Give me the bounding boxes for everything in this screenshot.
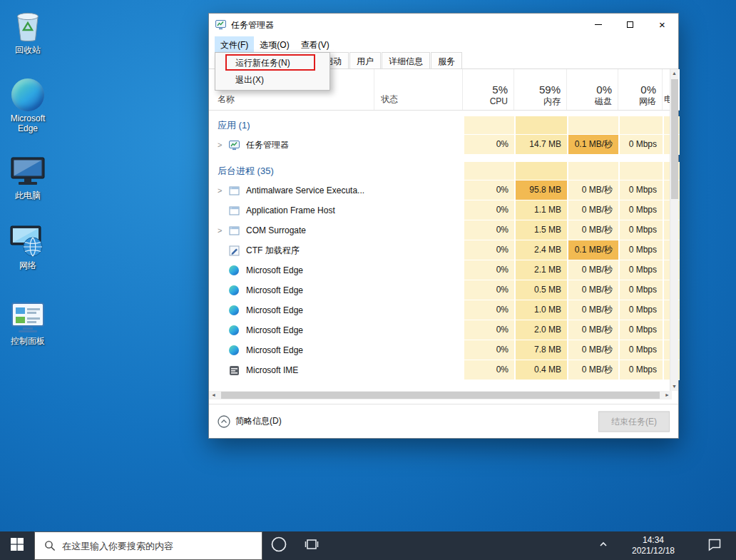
desktop-icon-control-panel[interactable]: 控制面板 (1, 298, 54, 346)
menu-options[interactable]: 选项(O) (254, 36, 295, 52)
process-name-cell: >Antimalware Service Executa... (209, 180, 374, 200)
status-cell (374, 220, 463, 240)
horizontal-scrollbar[interactable]: ◄ ► (209, 391, 672, 399)
process-name: Antimalware Service Executa... (246, 185, 364, 195)
memory-cell: 1.1 MB (514, 200, 567, 220)
maximize-button[interactable] (614, 14, 646, 36)
process-name-cell: CTF 加载程序 (209, 240, 374, 260)
process-name: Microsoft Edge (246, 265, 303, 275)
network-cell: 0 Mbps (618, 340, 663, 360)
tab-services[interactable]: 服务 (431, 52, 462, 68)
disk-cell: 0 MB/秒 (567, 260, 618, 280)
scroll-right-icon[interactable]: ► (663, 391, 672, 399)
expand-chevron-icon[interactable]: > (218, 186, 229, 195)
menu-file[interactable]: 文件(F) (215, 36, 254, 52)
action-center-button[interactable] (700, 536, 729, 555)
process-row[interactable]: Microsoft Edge0%7.8 MB0 MB/秒0 Mbps (209, 340, 680, 360)
desktop-icon-this-pc[interactable]: 此电脑 (1, 153, 54, 200)
scroll-left-icon[interactable]: ◄ (209, 391, 218, 399)
network-cell: 0 Mbps (618, 320, 663, 340)
scroll-up-icon[interactable]: ▲ (670, 69, 679, 78)
tab-details[interactable]: 详细信息 (382, 52, 430, 68)
menu-bar: 文件(F)选项(O)查看(V) (209, 36, 678, 52)
expand-chevron-icon[interactable]: > (218, 141, 229, 149)
process-name: Microsoft Edge (246, 345, 303, 355)
desktop-icon-recycle-bin[interactable]: 回收站 (1, 7, 54, 55)
details-toggle[interactable]: 简略信息(D) (218, 415, 282, 428)
process-group-header[interactable]: 后台进程 (35) (209, 162, 680, 180)
status-cell (374, 200, 463, 220)
group-label: 应用 (1) (209, 116, 374, 135)
process-row[interactable]: Application Frame Host0%1.1 MB0 MB/秒0 Mb… (209, 200, 680, 220)
process-row[interactable]: Microsoft IME0%0.4 MB0 MB/秒0 Mbps (209, 360, 680, 380)
menu-item-exit[interactable]: 退出(X) (215, 71, 329, 88)
taskbar-clock[interactable]: 14:34 2021/12/18 (622, 535, 685, 556)
window-titlebar[interactable]: 任务管理器 × (209, 14, 678, 36)
cortana-button[interactable] (262, 531, 295, 560)
column-header-cpu[interactable]: 5%CPU (463, 69, 514, 110)
usage-label: 磁盘 (595, 96, 612, 107)
column-header-disk[interactable]: 0%磁盘 (567, 69, 618, 110)
process-row[interactable]: Microsoft Edge0%2.1 MB0 MB/秒0 Mbps (209, 260, 680, 280)
task-manager-window: 任务管理器 × 文件(F)选项(O)查看(V) 启动用户详细信息服务 名称状态5… (208, 13, 679, 439)
process-name: Microsoft Edge (246, 285, 303, 295)
process-row[interactable]: >COM Surrogate0%1.5 MB0 MB/秒0 Mbps (209, 220, 680, 240)
status-cell (374, 135, 463, 155)
process-name-cell: Microsoft Edge (209, 280, 374, 300)
tab-users[interactable]: 用户 (349, 52, 381, 68)
scroll-down-icon[interactable]: ▼ (670, 382, 679, 391)
process-row[interactable]: Microsoft Edge0%2.0 MB0 MB/秒0 Mbps (209, 320, 680, 340)
menu-view[interactable]: 查看(V) (295, 36, 335, 52)
show-hidden-icons-button[interactable] (593, 539, 613, 553)
this-pc-icon (1, 153, 54, 188)
cpu-cell (463, 162, 514, 180)
desktop-icon-network[interactable]: 网络 (1, 223, 54, 270)
process-row[interactable]: Microsoft Edge0%0.5 MB0 MB/秒0 Mbps (209, 280, 680, 300)
desktop-icon-label: 此电脑 (1, 190, 54, 200)
start-button[interactable] (0, 531, 34, 560)
memory-cell: 1.5 MB (514, 220, 567, 240)
usage-percent: 0% (596, 83, 612, 96)
search-input[interactable] (62, 541, 262, 551)
cpu-cell: 0% (463, 300, 514, 320)
menu-item-run-new-task-label: 运行新任务(N) (235, 58, 290, 68)
status-cell (374, 260, 463, 280)
process-row[interactable]: CTF 加载程序0%2.4 MB0.1 MB/秒0 Mbps (209, 240, 680, 260)
process-row[interactable]: >Antimalware Service Executa...0%95.8 MB… (209, 180, 680, 200)
minimize-button[interactable] (582, 14, 614, 36)
process-name-cell: Microsoft Edge (209, 340, 374, 360)
desktop-icon-edge[interactable]: Microsoft Edge (1, 76, 54, 133)
end-task-button[interactable]: 结束任务(E) (598, 411, 670, 432)
task-view-button[interactable] (295, 531, 328, 560)
app-icon (229, 205, 240, 216)
process-row[interactable]: Microsoft Edge0%1.0 MB0 MB/秒0 Mbps (209, 300, 680, 320)
usage-percent: 59% (539, 83, 561, 96)
usage-percent: 0% (640, 83, 656, 96)
network-cell: 0 Mbps (618, 200, 663, 220)
memory-cell: 2.1 MB (514, 260, 567, 280)
column-header-network[interactable]: 0%网络 (618, 69, 663, 110)
vertical-scrollbar[interactable]: ▲ ▼ (670, 69, 678, 391)
process-group-header[interactable]: 应用 (1) (209, 116, 680, 135)
search-icon (44, 540, 56, 551)
expand-chevron-icon[interactable]: > (218, 226, 229, 235)
horizontal-scroll-thumb[interactable] (221, 392, 660, 399)
vertical-scroll-thumb[interactable] (671, 79, 678, 199)
usage-label: 内存 (543, 96, 561, 107)
ime-icon (229, 365, 240, 376)
menu-item-run-new-task[interactable]: 运行新任务(N) (215, 54, 329, 71)
memory-cell: 0.5 MB (514, 280, 567, 300)
taskbar-search[interactable] (34, 531, 262, 560)
minimize-icon (595, 24, 602, 25)
close-button[interactable]: × (646, 14, 678, 36)
network-cell: 0 Mbps (618, 240, 663, 260)
memory-cell: 2.4 MB (514, 240, 567, 260)
edge-icon (229, 285, 240, 296)
file-menu-dropdown: 运行新任务(N) 退出(X) (215, 52, 330, 91)
cortana-circle-icon (270, 536, 287, 556)
disk-cell: 0.1 MB/秒 (567, 135, 618, 155)
column-header-status[interactable]: 状态 (374, 69, 463, 110)
process-row[interactable]: >任务管理器0%14.7 MB0.1 MB/秒0 Mbps (209, 135, 680, 155)
disk-cell: 0 MB/秒 (567, 280, 618, 300)
column-header-memory[interactable]: 59%内存 (514, 69, 567, 110)
